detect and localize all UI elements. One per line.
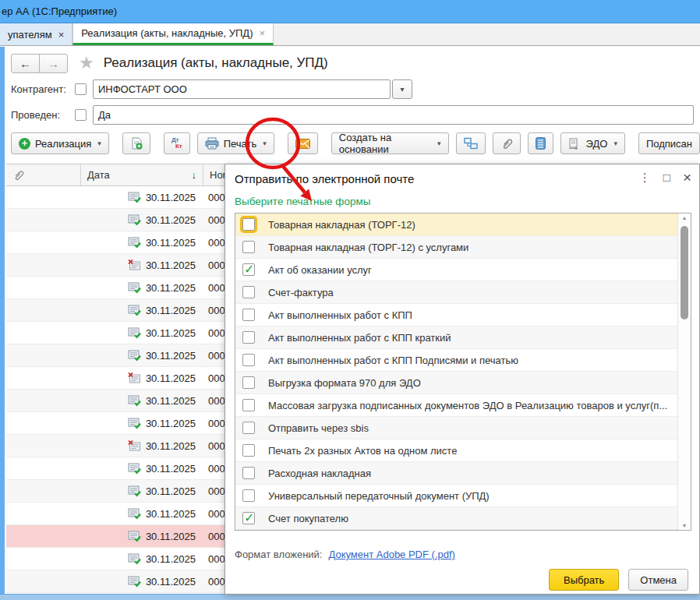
print-form-item[interactable]: ✓ Счет-фактура	[235, 281, 677, 304]
document-date: 30.11.2025	[146, 282, 196, 294]
print-form-checkbox[interactable]: ✓	[242, 309, 255, 321]
scroll-down-icon[interactable]: ▼	[678, 523, 691, 528]
tab-close-icon[interactable]: ×	[58, 29, 65, 41]
tab-realization[interactable]: Реализация (акты, накладные, УПД) ×	[72, 23, 274, 45]
register-records-button[interactable]	[528, 132, 553, 154]
print-forms-list-body: ✓ Товарная накладная (ТОРГ-12) ✓ Товарна…	[235, 214, 691, 530]
printer-icon	[205, 137, 219, 150]
filter-counterparty: Контрагент: ИНФОСТАРТ ООО ▾	[11, 79, 694, 99]
document-date: 30.11.2025	[146, 237, 196, 249]
print-form-checkbox[interactable]: ✓	[242, 422, 255, 434]
edo-button[interactable]: ЭДО ▾	[560, 132, 625, 154]
counterparty-field[interactable]: ИНФОСТАРТ ООО	[93, 79, 391, 99]
document-posted-icon	[128, 463, 141, 475]
copy-document-button[interactable]	[122, 132, 150, 154]
checkmark-icon: ✓	[244, 262, 254, 277]
dialog-menu-button[interactable]: ⋮	[639, 169, 651, 186]
date-cell: 30.11.2025	[81, 395, 203, 407]
forward-icon: →	[48, 57, 59, 70]
favorite-star-icon[interactable]: ★	[79, 53, 94, 73]
cancel-button[interactable]: Отмена	[628, 569, 688, 591]
print-form-checkbox[interactable]: ✓	[242, 263, 255, 276]
list-scrollbar[interactable]: ▲ ▼	[677, 214, 691, 530]
chevron-down-icon: ▾	[263, 139, 267, 147]
print-form-checkbox[interactable]: ✓	[242, 399, 255, 411]
print-form-item[interactable]: ✓ Товарная накладная (ТОРГ-12)	[235, 214, 677, 236]
tab-buyers[interactable]: упателям ×	[0, 23, 72, 45]
scroll-up-icon[interactable]: ▲	[678, 215, 691, 221]
document-date: 30.11.2025	[146, 531, 196, 542]
print-form-item[interactable]: ✓ Печать 2х разных Актов на одном листе	[235, 439, 677, 462]
print-button[interactable]: Печать ▾	[197, 132, 274, 154]
print-form-checkbox[interactable]: ✓	[242, 331, 255, 344]
send-email-button[interactable]	[288, 132, 318, 154]
document-date: 30.11.2025	[146, 214, 196, 226]
print-form-label: Акт выполненных работ с КПП краткий	[268, 332, 451, 344]
posted-label: Проведен:	[11, 109, 73, 121]
tab-close-icon[interactable]: ×	[259, 27, 265, 39]
create-based-on-button[interactable]: Создать на основании ▾	[331, 132, 449, 154]
print-form-checkbox[interactable]: ✓	[242, 218, 255, 231]
print-form-label: Универсальный передаточный документ (УПД…	[268, 490, 490, 502]
email-envelope-icon	[295, 139, 310, 149]
page-title: Реализация (акты, накладные, УПД)	[104, 55, 328, 71]
print-form-item[interactable]: ✓ Акт выполненных работ с КПП краткий	[235, 326, 677, 349]
back-button[interactable]: ←	[11, 54, 40, 73]
date-cell: 30.11.2025	[81, 531, 203, 542]
posted-field[interactable]: Да	[93, 105, 694, 125]
column-attachment[interactable]	[6, 164, 81, 185]
counterparty-dropdown-button[interactable]: ▾	[392, 79, 412, 99]
forward-button[interactable]: →	[39, 54, 68, 73]
page-header: ← → ★ Реализация (акты, накладные, УПД)	[11, 53, 328, 73]
document-posted-icon	[128, 418, 141, 429]
format-link[interactable]: Документ Adobe PDF (.pdf)	[328, 549, 454, 560]
dialog-close-button[interactable]: ×	[683, 169, 691, 186]
signed-label: Подписан	[646, 138, 692, 150]
print-form-label: Акт выполненных работ с КПП Подписями и …	[268, 355, 518, 366]
print-form-checkbox[interactable]: ✓	[242, 489, 255, 502]
document-posted-icon	[128, 214, 141, 226]
send-email-dialog: Отправить по электронной почте ⋮ □ × Выб…	[224, 164, 700, 595]
document-add-icon	[130, 137, 143, 150]
date-cell: 30.11.2025	[81, 553, 203, 565]
print-form-checkbox[interactable]: ✓	[242, 241, 255, 253]
attachments-button[interactable]	[493, 132, 521, 154]
dtkt-postings-button[interactable]: Дт Кт	[164, 132, 190, 154]
column-date[interactable]: Дата ↓	[81, 164, 203, 185]
print-form-label: Акт об оказании услуг	[268, 264, 372, 276]
posted-checkbox[interactable]	[75, 109, 87, 121]
counterparty-checkbox[interactable]	[75, 83, 87, 95]
print-form-checkbox[interactable]: ✓	[242, 512, 255, 524]
print-form-checkbox[interactable]: ✓	[242, 444, 255, 457]
data-list-icon	[536, 137, 546, 150]
print-form-item[interactable]: ✓ Акт об оказании услуг	[235, 259, 677, 281]
print-form-item[interactable]: ✓ Отправить через sbis	[235, 417, 677, 439]
tab-bar: упателям × Реализация (акты, накладные, …	[0, 23, 700, 46]
print-form-item[interactable]: ✓ Расходная накладная	[235, 462, 677, 485]
select-button[interactable]: Выбрать	[549, 569, 619, 591]
document-date: 30.11.2025	[146, 305, 196, 316]
create-realization-button[interactable]: + Реализация ▾	[11, 132, 109, 154]
print-form-item[interactable]: ✓ Массовая загрузка подписанных документ…	[235, 394, 677, 417]
print-form-checkbox[interactable]: ✓	[242, 286, 255, 298]
print-form-checkbox[interactable]: ✓	[242, 376, 255, 389]
document-date: 30.11.2025	[146, 576, 196, 588]
date-cell: 30.11.2025	[81, 440, 203, 452]
print-form-item[interactable]: ✓ Выгрузка формата 970 для ЭДО	[235, 372, 677, 394]
signed-button[interactable]: Подписан	[638, 132, 700, 154]
scrollbar-thumb[interactable]	[681, 226, 688, 319]
print-form-item[interactable]: ✓ Товарная накладная (ТОРГ-12) с услугам…	[235, 236, 677, 259]
paperclip-icon	[500, 137, 513, 150]
print-form-checkbox[interactable]: ✓	[242, 467, 255, 479]
plus-circle-icon: +	[19, 138, 30, 150]
print-form-checkbox[interactable]: ✓	[242, 354, 255, 366]
print-form-item[interactable]: ✓ Акт выполненных работ с КПП	[235, 304, 677, 326]
attachment-format-row: Формат вложений: Документ Adobe PDF (.pd…	[235, 549, 455, 560]
related-documents-button[interactable]	[456, 132, 486, 154]
date-cell: 30.11.2025	[81, 372, 203, 384]
document-date: 30.11.2025	[146, 327, 196, 339]
dialog-maximize-button[interactable]: □	[663, 169, 670, 186]
print-form-item[interactable]: ✓ Акт выполненных работ с КПП Подписями …	[235, 349, 677, 372]
print-form-item[interactable]: ✓ Универсальный передаточный документ (У…	[235, 485, 677, 507]
print-form-item[interactable]: ✓ Счет покупателю	[235, 507, 677, 530]
